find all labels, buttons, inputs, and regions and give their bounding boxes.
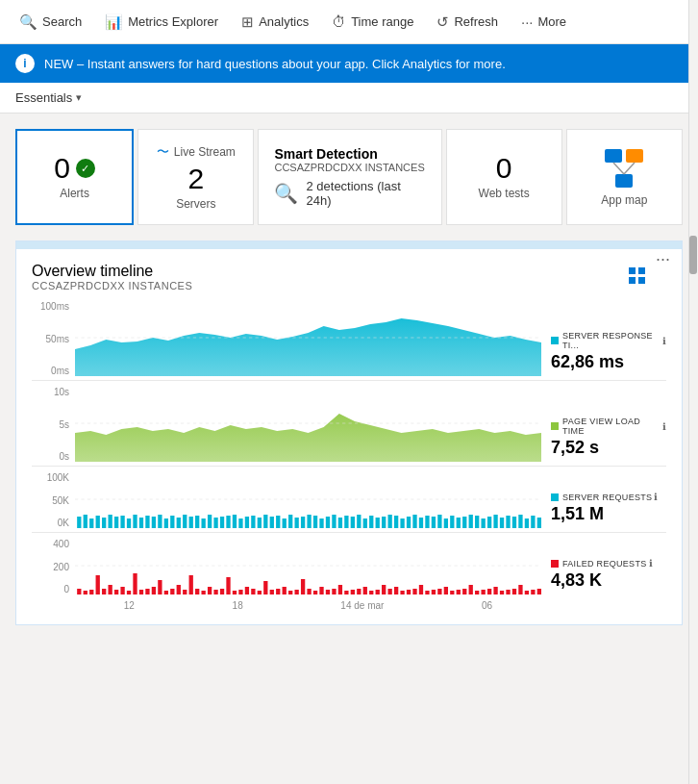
- svg-rect-73: [450, 516, 454, 528]
- svg-line-4: [624, 163, 635, 174]
- svg-rect-108: [195, 589, 199, 594]
- svg-rect-161: [525, 591, 529, 594]
- scrollbar[interactable]: [688, 0, 698, 784]
- svg-rect-122: [283, 587, 287, 594]
- svg-rect-97: [127, 591, 131, 594]
- svg-rect-82: [506, 516, 510, 528]
- svg-rect-159: [512, 589, 516, 594]
- x-axis-legend-spacer: [541, 600, 666, 615]
- x-axis-row: 12 18 14 de mar 06: [16, 598, 682, 624]
- info-banner[interactable]: i NEW – Instant answers for hard questio…: [0, 44, 698, 83]
- alerts-value: 0: [54, 154, 70, 183]
- scrollbar-thumb[interactable]: [689, 236, 697, 274]
- svg-rect-102: [158, 580, 162, 594]
- webtests-value: 0: [496, 154, 512, 183]
- svg-rect-30: [183, 515, 187, 528]
- failed-requests-y-axis: 400 200 0: [32, 537, 75, 594]
- svg-rect-94: [108, 585, 112, 594]
- failed-requests-color: [551, 560, 559, 568]
- svg-rect-136: [369, 591, 373, 594]
- chart-grid-toggle[interactable]: [628, 266, 647, 289]
- svg-rect-91: [89, 590, 93, 594]
- chart-panel-header-bar: [16, 241, 682, 249]
- svg-rect-68: [419, 518, 423, 528]
- svg-rect-52: [319, 518, 323, 528]
- analytics-button[interactable]: ⊞ Analytics: [230, 0, 320, 43]
- livestream-header: Live Stream: [174, 145, 236, 159]
- svg-rect-87: [537, 518, 541, 528]
- svg-rect-43: [263, 515, 267, 528]
- more-label: More: [537, 14, 566, 29]
- appmap-label: App map: [601, 193, 647, 207]
- info-icon-sr: ℹ: [662, 336, 666, 346]
- info-icon-fr: ℹ: [649, 558, 653, 569]
- server-requests-color: [551, 493, 559, 501]
- svg-rect-70: [432, 517, 436, 528]
- refresh-button[interactable]: ↺ Refresh: [425, 0, 510, 43]
- smart-detection-title: Smart Detection: [274, 146, 425, 162]
- svg-rect-113: [226, 577, 230, 594]
- metrics-explorer-button[interactable]: 📊 Metrics Explorer: [93, 0, 230, 43]
- livestream-wave-icon: 〜: [157, 143, 169, 161]
- svg-rect-42: [258, 518, 262, 528]
- search-label: Search: [42, 14, 82, 29]
- alerts-card[interactable]: 0 ✓ Alerts: [15, 129, 134, 225]
- more-button[interactable]: ··· More: [510, 0, 578, 43]
- svg-rect-120: [270, 590, 274, 594]
- server-requests-chart-row: 100K 50K 0K /* bar chart */: [16, 470, 682, 528]
- webtests-card[interactable]: 0 Web tests: [446, 129, 562, 225]
- server-requests-legend-value: 1,51 M: [551, 504, 666, 524]
- svg-marker-11: [75, 414, 541, 462]
- metrics-label: Metrics Explorer: [128, 14, 218, 29]
- search-button[interactable]: 🔍 Search: [8, 0, 93, 43]
- svg-rect-128: [319, 587, 323, 594]
- svg-rect-8: [638, 277, 645, 284]
- appmap-card[interactable]: App map: [566, 129, 683, 225]
- svg-rect-150: [457, 590, 461, 594]
- svg-rect-36: [220, 517, 224, 528]
- page-view-y-axis: 10s 5s 0s: [32, 385, 75, 462]
- svg-rect-54: [332, 515, 336, 528]
- svg-rect-153: [475, 591, 479, 594]
- refresh-label: Refresh: [454, 14, 498, 29]
- page-view-legend-value: 7,52 s: [551, 438, 666, 458]
- svg-rect-151: [462, 589, 466, 594]
- svg-rect-61: [376, 518, 380, 528]
- essentials-bar[interactable]: Essentials ▾: [0, 83, 698, 114]
- svg-rect-47: [288, 515, 292, 528]
- svg-rect-111: [213, 590, 217, 594]
- svg-rect-56: [344, 516, 348, 528]
- svg-rect-115: [238, 590, 242, 594]
- svg-rect-121: [276, 589, 280, 594]
- svg-rect-16: [96, 516, 100, 528]
- svg-rect-60: [369, 516, 373, 528]
- smart-detection-subtitle: CCSAZPRDCDXX INSTANCES: [274, 162, 425, 173]
- time-range-button[interactable]: ⏱ Time range: [320, 0, 425, 43]
- svg-rect-21: [127, 518, 131, 528]
- svg-rect-135: [363, 587, 367, 594]
- chart-divider-2: [32, 466, 666, 467]
- svg-rect-86: [531, 516, 535, 528]
- webtests-label: Web tests: [479, 187, 530, 200]
- server-response-y-axis: 100ms 50ms 0ms: [32, 299, 75, 376]
- svg-rect-7: [629, 277, 636, 284]
- svg-rect-1: [626, 149, 643, 163]
- svg-rect-149: [450, 591, 454, 594]
- failed-requests-legend-label: FAILED REQUESTS: [562, 559, 647, 569]
- page-view-color: [551, 422, 559, 430]
- svg-rect-117: [251, 589, 255, 594]
- svg-rect-81: [500, 518, 504, 528]
- svg-rect-114: [233, 591, 237, 594]
- svg-rect-129: [326, 590, 330, 594]
- smart-detection-card[interactable]: Smart Detection CCSAZPRDCDXX INSTANCES 🔍…: [258, 129, 441, 225]
- svg-rect-28: [170, 516, 174, 528]
- chart-header: Overview timeline CCSAZPRDCDXX INSTANCES: [16, 249, 682, 291]
- svg-rect-157: [500, 591, 504, 594]
- check-icon: ✓: [76, 159, 95, 178]
- svg-rect-158: [506, 590, 510, 594]
- panel-more-button[interactable]: ···: [656, 249, 670, 269]
- svg-rect-57: [351, 517, 355, 528]
- livestream-card[interactable]: 〜 Live Stream 2 Servers: [137, 129, 254, 225]
- toolbar: 🔍 Search 📊 Metrics Explorer ⊞ Analytics …: [0, 0, 698, 44]
- appmap-icon: [603, 147, 645, 190]
